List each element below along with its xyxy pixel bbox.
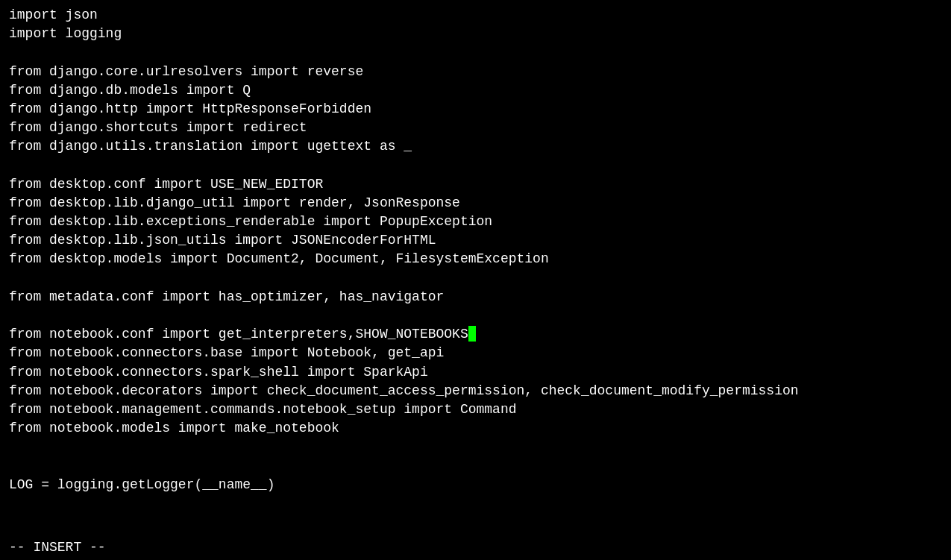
code-line-13: from desktop.lib.json_utils import JSONE… bbox=[9, 231, 942, 250]
editor-mode: -- INSERT -- bbox=[9, 540, 106, 555]
code-line-18: from notebook.conf import get_interprete… bbox=[9, 325, 942, 344]
code-line-10: from desktop.conf import USE_NEW_EDITOR bbox=[9, 175, 942, 194]
code-line-22: from notebook.management.commands.notebo… bbox=[9, 400, 942, 419]
code-line-2: import logging bbox=[9, 25, 942, 43]
code-line-24 bbox=[9, 438, 942, 456]
code-line-7: from django.shortcuts import redirect bbox=[9, 119, 942, 137]
code-line-5: from django.db.models import Q bbox=[9, 81, 942, 100]
code-line-17 bbox=[9, 306, 942, 325]
status-bar: -- INSERT -- bbox=[0, 535, 951, 560]
code-line-23: from notebook.models import make_noteboo… bbox=[9, 419, 942, 438]
code-line-1: import json bbox=[9, 6, 942, 25]
text-cursor bbox=[468, 326, 476, 342]
code-line-19: from notebook.connectors.base import Not… bbox=[9, 344, 942, 362]
code-line-3 bbox=[9, 43, 942, 62]
code-line-12: from desktop.lib.exceptions_renderable i… bbox=[9, 213, 942, 231]
code-line-9 bbox=[9, 157, 942, 175]
code-line-16: from metadata.conf import has_optimizer,… bbox=[9, 288, 942, 306]
code-line-8: from django.utils.translation import uge… bbox=[9, 137, 942, 156]
code-line-21: from notebook.decorators import check_do… bbox=[9, 382, 942, 400]
code-line-26: LOG = logging.getLogger(__name__) bbox=[9, 476, 942, 494]
code-content: import json import logging from django.c… bbox=[9, 6, 942, 513]
code-line-11: from desktop.lib.django_util import rend… bbox=[9, 194, 942, 213]
code-line-4: from django.core.urlresolvers import rev… bbox=[9, 63, 942, 81]
code-editor[interactable]: import json import logging from django.c… bbox=[0, 0, 951, 535]
code-line-6: from django.http import HttpResponseForb… bbox=[9, 100, 942, 119]
code-line-20: from notebook.connectors.spark_shell imp… bbox=[9, 363, 942, 382]
code-line-15 bbox=[9, 269, 942, 288]
code-line-27 bbox=[9, 494, 942, 513]
code-line-14: from desktop.models import Document2, Do… bbox=[9, 250, 942, 268]
code-line-25 bbox=[9, 457, 942, 476]
